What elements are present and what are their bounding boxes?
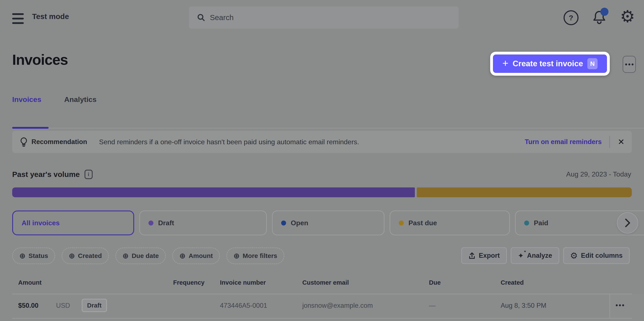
pill-open[interactable]: Open	[272, 211, 384, 235]
ellipsis-dot	[625, 63, 627, 65]
chip-label: Due date	[132, 252, 159, 260]
settings-button[interactable]: ⚙	[620, 9, 635, 24]
invoices-page: Test mode Search ? ⚙ Invoices + Create t…	[0, 0, 644, 321]
draft-status-dot	[148, 221, 154, 226]
col-header-customer-email: Customer email	[302, 279, 349, 286]
create-test-invoice-button[interactable]: + Create test invoice N	[493, 54, 607, 73]
status-badge: Draft	[82, 299, 107, 312]
cell-amount: $50.00	[18, 302, 38, 310]
hamburger-bar	[12, 18, 24, 19]
circle-plus-icon: ⊕	[234, 252, 240, 260]
hamburger-bar	[12, 22, 24, 24]
help-button[interactable]: ?	[564, 10, 578, 25]
filter-chip-more-filters[interactable]: ⊕ More filters	[226, 248, 284, 264]
lightbulb-icon	[20, 137, 28, 147]
export-label: Export	[479, 252, 500, 260]
banner-message: Send reminders if a one-off invoice hasn…	[99, 138, 359, 146]
filter-chip-amount[interactable]: ⊕ Amount	[172, 248, 220, 264]
export-button[interactable]: Export	[461, 247, 507, 264]
volume-segment-purple	[12, 187, 415, 197]
ellipsis-dot	[622, 304, 624, 306]
col-header-amount: Amount	[18, 279, 42, 286]
hamburger-menu-icon[interactable]	[12, 13, 24, 24]
banner-divider	[609, 136, 610, 148]
pill-label: Open	[291, 219, 308, 227]
cell-due: —	[429, 302, 436, 310]
table-actions-row: Export ✦✦ Analyze ⚙ Edit columns	[461, 247, 630, 264]
page-title: Invoices	[12, 51, 68, 68]
gear-icon: ⚙	[570, 251, 578, 260]
chip-label: Amount	[188, 252, 213, 260]
analyze-button[interactable]: ✦✦ Analyze	[511, 247, 559, 264]
paid-status-dot	[524, 221, 529, 226]
edit-columns-button[interactable]: ⚙ Edit columns	[563, 247, 630, 264]
sparkles-icon: ✦✦	[518, 252, 524, 259]
col-header-frequency: Frequency	[150, 279, 204, 286]
pill-label: Draft	[158, 219, 174, 227]
volume-section-title: Past year's volume i	[12, 170, 93, 179]
banner-tag: Recommendation	[32, 138, 87, 146]
filter-chip-status[interactable]: ⊕ Status	[12, 248, 55, 264]
table-header-divider	[12, 294, 632, 294]
cell-invoice-number: 473446A5-0001	[220, 302, 267, 310]
cell-currency: USD	[56, 302, 70, 310]
pill-draft[interactable]: Draft	[139, 211, 267, 235]
chip-label: Status	[28, 252, 48, 260]
row-more-actions-button[interactable]	[616, 304, 624, 306]
filter-chip-created[interactable]: ⊕ Created	[62, 248, 109, 264]
ellipsis-dot	[616, 304, 618, 306]
info-icon[interactable]: i	[84, 170, 93, 179]
turn-on-email-reminders-link[interactable]: Turn on email reminders	[525, 138, 602, 146]
edit-columns-label: Edit columns	[581, 252, 622, 260]
plus-icon: +	[502, 57, 508, 69]
help-icon: ?	[564, 10, 578, 25]
volume-segment-gold	[417, 187, 632, 197]
tab-analytics[interactable]: Analytics	[64, 95, 96, 104]
chevron-right-icon	[624, 218, 631, 228]
ellipsis-dot	[619, 304, 621, 306]
keyboard-shortcut-badge: N	[587, 58, 598, 69]
search-placeholder: Search	[210, 13, 234, 22]
tab-invoices[interactable]: Invoices	[12, 95, 41, 104]
col-header-invoice-number: Invoice number	[220, 279, 266, 286]
table-row-divider	[12, 318, 632, 319]
pill-label: Paid	[534, 219, 548, 227]
tabs-divider	[12, 128, 644, 128]
ellipsis-dot	[632, 63, 634, 65]
volume-bar-chart	[12, 187, 632, 197]
chip-label: More filters	[242, 252, 277, 260]
pills-scroll-right-button[interactable]	[617, 212, 638, 234]
hamburger-bar	[12, 13, 24, 15]
circle-plus-icon: ⊕	[19, 252, 26, 260]
open-status-dot	[281, 221, 286, 226]
search-icon	[197, 13, 205, 21]
notification-badge-dot	[600, 8, 608, 16]
circle-plus-icon: ⊕	[69, 252, 75, 260]
circle-plus-icon: ⊕	[179, 252, 186, 260]
create-test-invoice-label: Create test invoice	[513, 59, 583, 68]
volume-date-range: Aug 29, 2023 - Today	[566, 170, 631, 178]
sticky-column-divider	[609, 294, 610, 318]
create-invoice-highlight-ring: + Create test invoice N	[490, 52, 610, 76]
filter-chips-row: ⊕ Status ⊕ Created ⊕ Due date ⊕ Amount ⊕…	[12, 248, 284, 264]
notifications-button[interactable]	[592, 10, 607, 25]
analyze-label: Analyze	[527, 252, 552, 260]
close-icon[interactable]: ✕	[618, 138, 624, 146]
gear-icon: ⚙	[620, 8, 635, 25]
pill-all-invoices[interactable]: All invoices	[12, 211, 134, 235]
active-tab-underline	[12, 127, 48, 129]
filter-chip-due-date[interactable]: ⊕ Due date	[115, 248, 166, 264]
cell-customer-email: jonsnow@example.com	[302, 302, 373, 310]
pill-past-due[interactable]: Past due	[390, 211, 510, 235]
search-input[interactable]: Search	[189, 6, 458, 29]
status-filter-pills: All invoices Draft Open Past due Paid	[12, 211, 644, 235]
volume-title-text: Past year's volume	[12, 170, 80, 179]
past-due-status-dot	[399, 221, 404, 226]
test-mode-label: Test mode	[32, 12, 69, 21]
header-more-actions-button[interactable]	[622, 56, 636, 73]
col-header-due: Due	[429, 279, 441, 286]
pill-label: All invoices	[22, 219, 60, 227]
circle-plus-icon: ⊕	[122, 252, 128, 260]
col-header-created: Created	[501, 279, 524, 286]
recommendation-banner: Recommendation Send reminders if a one-o…	[12, 131, 632, 153]
